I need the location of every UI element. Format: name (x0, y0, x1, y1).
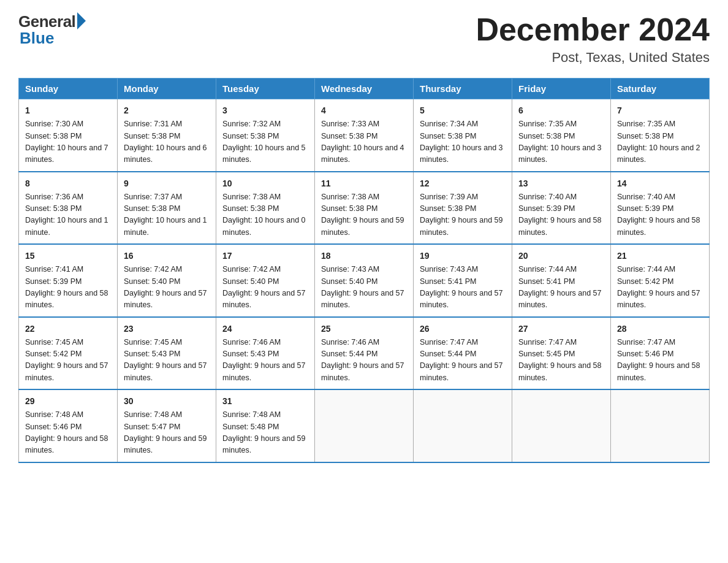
day-info: Sunrise: 7:36 AMSunset: 5:38 PMDaylight:… (25, 191, 111, 239)
day-number: 26 (420, 323, 506, 335)
calendar-cell (414, 389, 512, 462)
title-block: December 2024 Post, Texas, United States (476, 12, 710, 66)
calendar-cell: 11Sunrise: 7:38 AMSunset: 5:38 PMDayligh… (315, 172, 414, 245)
calendar-cell: 13Sunrise: 7:40 AMSunset: 5:39 PMDayligh… (512, 172, 611, 245)
day-info: Sunrise: 7:41 AMSunset: 5:39 PMDaylight:… (25, 264, 111, 312)
day-number: 7 (617, 104, 703, 117)
calendar-cell: 20Sunrise: 7:44 AMSunset: 5:41 PMDayligh… (512, 244, 611, 317)
calendar-cell: 22Sunrise: 7:45 AMSunset: 5:42 PMDayligh… (19, 317, 118, 390)
calendar-header-tuesday: Tuesday (216, 79, 315, 99)
calendar-cell: 7Sunrise: 7:35 AMSunset: 5:38 PMDaylight… (611, 99, 710, 172)
day-info: Sunrise: 7:46 AMSunset: 5:43 PMDaylight:… (222, 337, 308, 385)
day-info: Sunrise: 7:42 AMSunset: 5:40 PMDaylight:… (222, 264, 308, 312)
day-info: Sunrise: 7:42 AMSunset: 5:40 PMDaylight:… (124, 264, 210, 312)
calendar-header-row: SundayMondayTuesdayWednesdayThursdayFrid… (19, 79, 710, 99)
day-info: Sunrise: 7:48 AMSunset: 5:47 PMDaylight:… (124, 409, 210, 457)
day-number: 1 (25, 104, 111, 117)
day-number: 23 (124, 323, 210, 335)
day-info: Sunrise: 7:32 AMSunset: 5:38 PMDaylight:… (222, 118, 308, 166)
calendar-cell: 2Sunrise: 7:31 AMSunset: 5:38 PMDaylight… (118, 99, 216, 172)
day-info: Sunrise: 7:44 AMSunset: 5:41 PMDaylight:… (518, 264, 604, 312)
calendar-cell: 9Sunrise: 7:37 AMSunset: 5:38 PMDaylight… (118, 172, 216, 245)
day-info: Sunrise: 7:35 AMSunset: 5:38 PMDaylight:… (617, 118, 703, 166)
day-number: 3 (222, 104, 308, 117)
calendar-week-row: 22Sunrise: 7:45 AMSunset: 5:42 PMDayligh… (19, 317, 710, 390)
day-number: 13 (518, 177, 604, 190)
day-info: Sunrise: 7:37 AMSunset: 5:38 PMDaylight:… (124, 191, 210, 239)
day-number: 4 (321, 104, 407, 117)
day-info: Sunrise: 7:38 AMSunset: 5:38 PMDaylight:… (222, 191, 308, 239)
day-info: Sunrise: 7:45 AMSunset: 5:42 PMDaylight:… (25, 337, 111, 385)
calendar-header-wednesday: Wednesday (315, 79, 414, 99)
calendar-cell: 28Sunrise: 7:47 AMSunset: 5:46 PMDayligh… (611, 317, 710, 390)
day-number: 25 (321, 323, 407, 335)
calendar-cell: 25Sunrise: 7:46 AMSunset: 5:44 PMDayligh… (315, 317, 414, 390)
day-number: 28 (617, 323, 703, 335)
calendar-cell: 12Sunrise: 7:39 AMSunset: 5:38 PMDayligh… (414, 172, 512, 245)
day-number: 6 (518, 104, 604, 117)
calendar-cell: 30Sunrise: 7:48 AMSunset: 5:47 PMDayligh… (118, 389, 216, 462)
day-info: Sunrise: 7:47 AMSunset: 5:44 PMDaylight:… (420, 337, 506, 385)
day-number: 29 (25, 395, 111, 408)
day-number: 14 (617, 177, 703, 190)
calendar-cell: 19Sunrise: 7:43 AMSunset: 5:41 PMDayligh… (414, 244, 512, 317)
calendar-cell: 4Sunrise: 7:33 AMSunset: 5:38 PMDaylight… (315, 99, 414, 172)
calendar-body: 1Sunrise: 7:30 AMSunset: 5:38 PMDaylight… (19, 99, 710, 462)
calendar-cell: 29Sunrise: 7:48 AMSunset: 5:46 PMDayligh… (19, 389, 118, 462)
calendar-cell: 10Sunrise: 7:38 AMSunset: 5:38 PMDayligh… (216, 172, 315, 245)
calendar-cell: 16Sunrise: 7:42 AMSunset: 5:40 PMDayligh… (118, 244, 216, 317)
calendar-cell (315, 389, 414, 462)
calendar-cell: 15Sunrise: 7:41 AMSunset: 5:39 PMDayligh… (19, 244, 118, 317)
calendar-header-thursday: Thursday (414, 79, 512, 99)
day-number: 30 (124, 395, 210, 408)
calendar-header-monday: Monday (118, 79, 216, 99)
day-info: Sunrise: 7:34 AMSunset: 5:38 PMDaylight:… (420, 118, 506, 166)
day-info: Sunrise: 7:45 AMSunset: 5:43 PMDaylight:… (124, 337, 210, 385)
day-number: 8 (25, 177, 111, 190)
logo-blue-text: Blue (20, 29, 54, 48)
day-info: Sunrise: 7:39 AMSunset: 5:38 PMDaylight:… (420, 191, 506, 239)
day-number: 18 (321, 250, 407, 262)
day-number: 21 (617, 250, 703, 262)
logo: General Blue (18, 12, 86, 48)
calendar-week-row: 8Sunrise: 7:36 AMSunset: 5:38 PMDaylight… (19, 172, 710, 245)
calendar-cell: 27Sunrise: 7:47 AMSunset: 5:45 PMDayligh… (512, 317, 611, 390)
day-number: 10 (222, 177, 308, 190)
calendar-week-row: 1Sunrise: 7:30 AMSunset: 5:38 PMDaylight… (19, 99, 710, 172)
day-number: 12 (420, 177, 506, 190)
day-number: 5 (420, 104, 506, 117)
day-number: 15 (25, 250, 111, 262)
day-info: Sunrise: 7:48 AMSunset: 5:46 PMDaylight:… (25, 409, 111, 457)
day-info: Sunrise: 7:38 AMSunset: 5:38 PMDaylight:… (321, 191, 407, 239)
day-number: 19 (420, 250, 506, 262)
calendar-cell: 26Sunrise: 7:47 AMSunset: 5:44 PMDayligh… (414, 317, 512, 390)
calendar-cell: 17Sunrise: 7:42 AMSunset: 5:40 PMDayligh… (216, 244, 315, 317)
calendar-week-row: 29Sunrise: 7:48 AMSunset: 5:46 PMDayligh… (19, 389, 710, 462)
day-info: Sunrise: 7:40 AMSunset: 5:39 PMDaylight:… (617, 191, 703, 239)
calendar-cell: 18Sunrise: 7:43 AMSunset: 5:40 PMDayligh… (315, 244, 414, 317)
day-number: 31 (222, 395, 308, 408)
calendar-cell: 8Sunrise: 7:36 AMSunset: 5:38 PMDaylight… (19, 172, 118, 245)
day-info: Sunrise: 7:47 AMSunset: 5:45 PMDaylight:… (518, 337, 604, 385)
calendar-cell: 6Sunrise: 7:35 AMSunset: 5:38 PMDaylight… (512, 99, 611, 172)
calendar-cell: 31Sunrise: 7:48 AMSunset: 5:48 PMDayligh… (216, 389, 315, 462)
day-info: Sunrise: 7:31 AMSunset: 5:38 PMDaylight:… (124, 118, 210, 166)
day-number: 2 (124, 104, 210, 117)
calendar-cell: 21Sunrise: 7:44 AMSunset: 5:42 PMDayligh… (611, 244, 710, 317)
calendar-cell (512, 389, 611, 462)
day-info: Sunrise: 7:46 AMSunset: 5:44 PMDaylight:… (321, 337, 407, 385)
day-number: 20 (518, 250, 604, 262)
calendar-header-sunday: Sunday (19, 79, 118, 99)
day-info: Sunrise: 7:43 AMSunset: 5:41 PMDaylight:… (420, 264, 506, 312)
calendar-header-saturday: Saturday (611, 79, 710, 99)
logo-arrow-icon (77, 12, 86, 29)
day-info: Sunrise: 7:30 AMSunset: 5:38 PMDaylight:… (25, 118, 111, 166)
calendar-table: SundayMondayTuesdayWednesdayThursdayFrid… (18, 78, 710, 463)
page-header: General Blue December 2024 Post, Texas, … (18, 12, 710, 66)
day-number: 24 (222, 323, 308, 335)
day-info: Sunrise: 7:48 AMSunset: 5:48 PMDaylight:… (222, 409, 308, 457)
day-number: 16 (124, 250, 210, 262)
day-info: Sunrise: 7:33 AMSunset: 5:38 PMDaylight:… (321, 118, 407, 166)
calendar-cell: 1Sunrise: 7:30 AMSunset: 5:38 PMDaylight… (19, 99, 118, 172)
calendar-cell: 14Sunrise: 7:40 AMSunset: 5:39 PMDayligh… (611, 172, 710, 245)
